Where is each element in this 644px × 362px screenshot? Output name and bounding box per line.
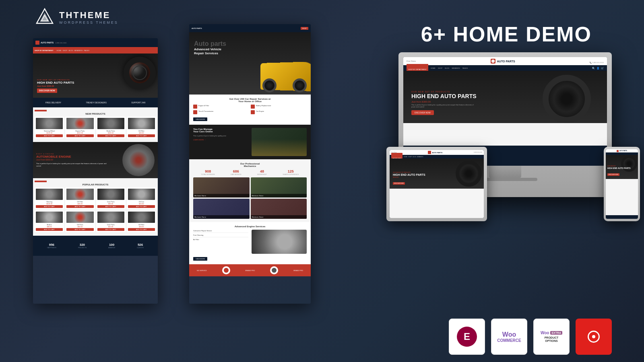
- engine-deco: [122, 144, 155, 176]
- ps-brand-icon: [617, 150, 619, 152]
- lp-product-row-pop1: Steering $120.00 ADD TO CART Oil Filter …: [35, 187, 156, 209]
- pop-cart-4[interactable]: ADD TO CART: [128, 205, 155, 208]
- ts-phone: 1-800-555-5555: [474, 152, 482, 153]
- pop-price-5: $80.00: [36, 226, 63, 228]
- ps-brand-area: AUTO PARTS: [617, 150, 627, 152]
- pop-img-3: [97, 189, 124, 200]
- cp-mech-overlay-3: Mechanic Name: [193, 215, 250, 219]
- ms-hero-title: HIGH END AUTO PARTS: [411, 93, 477, 100]
- cp-footer-logo-1: [222, 266, 230, 274]
- ps-hero-text: OUR NEW SET HIGH END AUTO PARTS DISCOVER…: [607, 165, 631, 177]
- center-preview: AUTO PARTS SHOP Auto parts Advanced Vehi…: [189, 24, 311, 304]
- lp-product-pop-5: Brakes $80.00 ADD TO CART: [35, 210, 64, 232]
- add-to-cart-4[interactable]: ADD TO CART: [128, 134, 155, 137]
- dark-price: Just From $300.00: [36, 158, 109, 161]
- cp-stat-label-1: TOTAL WORKERS: [201, 173, 215, 175]
- lp-hero: OUR NEW SET OF PRODUCTS HIGH END AUTO PA…: [33, 53, 158, 98]
- cp-stat-label-3: WORKSHOP: [257, 173, 267, 175]
- ps-hero-btn[interactable]: DISCOVER NOW: [607, 173, 619, 176]
- cp-view-all[interactable]: VIEW MORE: [193, 117, 207, 121]
- ps-brand: AUTO PARTS: [619, 150, 627, 152]
- cp-service-1: Engine & Filter: [193, 105, 249, 109]
- car-wheel-front: [262, 78, 277, 93]
- ps-header: AUTO PARTS: [606, 149, 638, 152]
- monitor-stand: [489, 166, 521, 178]
- pop-cart-3[interactable]: ADD TO CART: [97, 205, 124, 208]
- add-to-cart-1[interactable]: ADD TO CART: [36, 134, 63, 137]
- pop-price-2: $45.00: [66, 203, 93, 205]
- cp-hero-car: [250, 32, 311, 95]
- cp-footer-logo-2: [270, 266, 278, 274]
- lp-popular-title: POPULAR PRODUCTS: [35, 183, 156, 186]
- lp-bstat-4: 526 CLIENTS: [137, 243, 144, 249]
- pop-price-8: $30.00: [128, 226, 155, 228]
- pop-cart-7[interactable]: ADD TO CART: [97, 228, 124, 231]
- product-price-2: $250.00: [66, 132, 93, 134]
- ts-brand-area: AUTO PARTS: [428, 151, 442, 154]
- ps-after-hero: [606, 179, 638, 215]
- product-img-parts: [128, 118, 155, 129]
- bstat-num-1: 956: [47, 243, 56, 247]
- ts-hero-text: OUR NEW SET OF PRODUCTS HIGH END AUTO PA…: [393, 172, 425, 185]
- add-to-cart-2[interactable]: ADD TO CART: [66, 134, 93, 137]
- cp-svc-icon-1: [193, 105, 197, 109]
- cp-manage-link[interactable]: LEARN MORE →: [193, 139, 248, 141]
- ps-hero-title: HIGH END AUTO PARTS: [607, 167, 631, 169]
- lp-stat-1: FREE DELIVERY: [45, 101, 61, 104]
- lp-product-pop-4: Oil Can $25.00 ADD TO CART: [127, 187, 156, 209]
- cp-stat-workers: 908 TOTAL WORKERS: [201, 169, 215, 175]
- bstat-num-3: 100: [108, 243, 115, 247]
- lp-product-card-1: Steering Wheel $120.00 ADD TO CART: [35, 117, 64, 138]
- ms-phone: 📞 1-800-555-5555: [590, 62, 604, 64]
- pop-cart-6[interactable]: ADD TO CART: [66, 228, 93, 231]
- ms-header-right: 📞 1-800-555-5555: [590, 58, 604, 65]
- pop-img-4: [128, 189, 155, 200]
- lp-stat-2: TRENDY DESIGNERS: [86, 101, 106, 104]
- cp-svc-icon-4: [251, 110, 255, 114]
- cp-svc-icon-2: [251, 105, 255, 109]
- ms-nav-blog[interactable]: BLOG: [445, 67, 449, 69]
- tablet-mockup: First Store AUTO PARTS 1-800-555-5555 SH…: [386, 147, 487, 221]
- pop-img-1: [36, 189, 63, 200]
- ms-hero-price: Just from $300.00: [411, 101, 477, 103]
- ms-hero-btn[interactable]: DISCOVER NOW: [411, 110, 434, 115]
- pop-cart-5[interactable]: ADD TO CART: [36, 228, 63, 231]
- woo-extra-label: EXTRA: [550, 331, 562, 335]
- cp-engine-btn[interactable]: VIEW MORE: [193, 257, 207, 261]
- ms-nav-pages[interactable]: PAGES: [462, 67, 468, 69]
- ms-nav-home[interactable]: HOME: [431, 67, 436, 69]
- ms-cart-icon[interactable]: 🛒: [601, 67, 604, 70]
- pop-cart-2[interactable]: ADD TO CART: [66, 205, 93, 208]
- cp-brand: AUTO PARTS: [192, 27, 202, 29]
- cp-services-title: Get Over 200 Car Repair Services atYour …: [193, 98, 307, 103]
- bstat-label-4: CLIENTS: [137, 247, 144, 249]
- ms-user-icon[interactable]: 👤: [597, 67, 599, 70]
- ts-hero-price: $308.00: [393, 176, 425, 178]
- cp-engine-list: Carburetor Repair Service Free Cleaning …: [193, 230, 248, 254]
- red-plugin-logo: [584, 327, 604, 347]
- product-price-4: $45.00: [128, 132, 155, 134]
- ps-hero: OUR NEW SET HIGH END AUTO PARTS DISCOVER…: [606, 155, 638, 179]
- cp-manage-text: You Can ManageYour Cars Online This is p…: [193, 128, 248, 156]
- cp-mechanics-title: Our ProfessionalMechanics: [193, 162, 307, 167]
- product-img-steering: [36, 118, 63, 129]
- pop-cart-1[interactable]: ADD TO CART: [36, 205, 63, 208]
- ts-brand: AUTO PARTS: [432, 152, 442, 154]
- monitor-area: First Store AUTO PARTS 📞 1-800-555-5555 …: [398, 52, 632, 229]
- cp-manage-img: [252, 128, 307, 156]
- hero-wheel: [124, 57, 156, 89]
- pop-cart-8[interactable]: ADD TO CART: [128, 228, 155, 231]
- cp-mech-overlay-1: Mechanic Name: [193, 194, 250, 197]
- ms-search-icon[interactable]: 🔍: [592, 67, 595, 70]
- ms-header: First Store AUTO PARTS 📞 1-800-555-5555: [403, 57, 607, 65]
- lp-hero-btn[interactable]: DISCOVER NOW: [37, 88, 57, 93]
- ms-shop-by-label: SHOP BY DEPARTMENT: [408, 68, 427, 70]
- cp-footer-bar: NO SERVICE BRAND PRO BRAND PRO: [189, 264, 311, 276]
- ms-nav-members[interactable]: MEMBERS: [452, 67, 460, 69]
- add-to-cart-3[interactable]: ADD TO CART: [97, 134, 124, 137]
- ts-nav: SHOP BY DEPT HOME · SHOP · BLOG · MEMBER…: [390, 155, 484, 158]
- ms-nav-shop[interactable]: SHOP: [438, 67, 442, 69]
- pop-img-7: [97, 212, 124, 223]
- cp-header-btn[interactable]: SHOP: [301, 27, 308, 30]
- ts-hero-btn[interactable]: DISCOVER NOW: [393, 182, 405, 185]
